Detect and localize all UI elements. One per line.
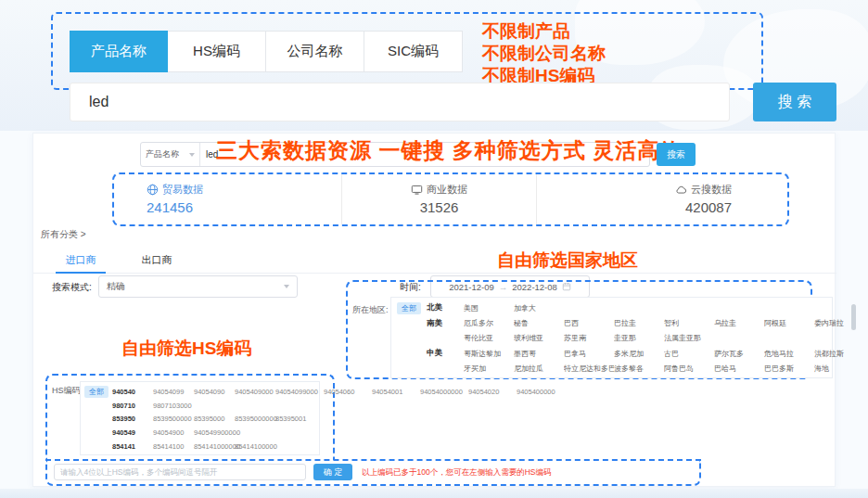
stat-1[interactable]: 商业数据31526 [341,174,537,224]
stat-2[interactable]: 云搜数据420087 [536,174,787,224]
region-item[interactable]: 洪都拉斯 [814,349,864,359]
promo-headline: 三大索数据资源 一键搜 多种筛选方式 灵活高效 [216,136,682,165]
hs-code[interactable]: 85414100000 [235,442,275,451]
search-type-tab-2[interactable]: 公司名称 [266,31,364,72]
annotation-line: 不限制产品 [482,20,606,43]
region-item[interactable]: 哥伦比亚 [464,333,514,343]
stat-label: 云搜数据 [691,183,732,197]
region-item[interactable]: 巴拿马 [564,349,614,359]
secondary-search-button[interactable]: 搜索 [657,143,696,166]
search-mode-label: 搜索模式: [52,281,92,294]
region-item[interactable]: 墨西哥 [514,349,564,359]
search-type-tab-0[interactable]: 产品名称 [70,31,168,72]
region-item[interactable]: 巴巴多斯 [764,364,814,374]
hs-code[interactable]: 94054900 [153,428,194,437]
region-row-4: 牙买加尼加拉瓜特立尼达和多巴…波多黎各阿鲁巴岛巴哈马巴巴多斯海地 [391,362,832,377]
region-item[interactable]: 巴拉圭 [614,318,664,328]
region-item[interactable]: 法属圭亚那 [664,333,714,343]
region-item[interactable]: 圭亚那 [614,333,664,343]
region-item[interactable]: 波多黎各 [614,364,664,374]
hs-code[interactable]: 94054060 [324,388,372,396]
result-tab-1[interactable]: 出口商 [128,246,185,274]
stat-0[interactable]: 贸易数据241456 [114,174,341,224]
hs-code[interactable]: 85395001 [275,415,316,423]
hs-code[interactable]: 854141 [112,442,153,451]
hs-code[interactable]: 940549900000 [194,428,235,437]
hs-code[interactable]: 94054000000 [420,388,468,396]
search-mode-value: 精确 [107,280,125,293]
region-item[interactable]: 哥斯达黎加 [464,349,514,359]
hs-code[interactable]: 853950 [112,415,153,423]
main-search-button[interactable]: 搜 索 [753,83,836,121]
hs-code[interactable]: 940549 [112,428,153,437]
hs-code[interactable]: 85395000 [194,415,235,423]
region-item[interactable]: 加拿大 [514,303,564,313]
region-item[interactable]: 阿根廷 [764,318,814,328]
hs-all-chip[interactable]: 全部 [84,386,108,398]
region-item[interactable]: 特立尼达和多巴… [564,364,614,374]
hs-code[interactable]: 94054001 [372,388,420,396]
region-item[interactable]: 古巴 [664,349,714,359]
region-item[interactable]: 海地 [814,364,864,374]
region-row-3: 中美哥斯达黎加墨西哥巴拿马多米尼加古巴萨尔瓦多危地马拉洪都拉斯 [391,346,832,361]
region-item[interactable]: 萨尔瓦多 [714,349,764,359]
region-item[interactable]: 牙买加 [464,364,514,374]
region-row-1: 南美厄瓜多尔秘鲁巴西巴拉圭智利乌拉圭阿根廷委内瑞拉 [391,315,832,330]
hs-code[interactable]: 980710 [112,402,153,410]
search-type-tab-1[interactable]: HS编码 [168,31,266,72]
region-label: 所在地区: [352,304,389,316]
stat-label: 贸易数据 [162,183,203,197]
region-item[interactable]: 美国 [464,303,514,313]
hs-code[interactable]: 85395000000 [235,415,275,423]
region-item[interactable]: 危地马拉 [764,349,814,359]
hs-chip-slot: 全部 [81,386,112,398]
stat-value: 420087 [685,199,732,215]
region-item[interactable]: 巴西 [564,318,614,328]
region-item[interactable]: 多米尼加 [614,349,664,359]
main-search-input[interactable]: led [70,83,730,121]
region-item[interactable]: 阿鲁巴岛 [664,364,714,374]
hs-code[interactable]: 94054099000 [275,388,316,396]
region-item[interactable]: 玻利维亚 [514,333,564,343]
region-item[interactable]: 智利 [664,318,714,328]
region-all-chip[interactable]: 全部 [397,302,421,314]
hs-code[interactable]: 94054090 [194,388,235,396]
hs-code-input[interactable] [54,464,306,480]
hs-code[interactable]: 94054020 [468,388,517,396]
search-mode-dropdown[interactable]: 精确 [98,275,298,298]
hs-code[interactable]: 9807103000 [153,402,194,410]
breadcrumb[interactable]: 所有分类 > [41,228,86,241]
hs-code[interactable]: 9405400000 [517,388,565,396]
region-item[interactable]: 巴哈马 [714,364,764,374]
hs-code[interactable]: 8539500000 [153,415,194,423]
hero-annotation-text: 不限制产品 不限制公司名称 不限制HS编码 [482,20,606,87]
region-item[interactable]: 委内瑞拉 [814,318,864,328]
hs-limit-note: 以上编码已多于100个，您可在左侧输入需要的HS编码 [362,467,552,479]
hs-code[interactable]: 94054099 [153,388,194,396]
hs-code[interactable]: 85414100 [153,442,194,451]
category-dropdown[interactable]: 产品名称 [141,143,200,166]
region-item[interactable]: 厄瓜多尔 [464,318,514,328]
result-tab-0[interactable]: 进口商 [52,246,109,274]
region-item[interactable]: 乌拉圭 [714,318,764,328]
region-item[interactable]: 秘鲁 [514,318,564,328]
hs-row-2: 8539508539500000853950008539500000085395… [81,413,319,427]
region-list-panel: 全部北美美国加拿大南美厄瓜多尔秘鲁巴西巴拉圭智利乌拉圭阿根廷委内瑞拉哥伦比亚玻利… [390,297,833,378]
page-scrollbar[interactable] [851,304,856,330]
region-group-label: 北美 [427,302,464,313]
hs-confirm-button[interactable]: 确 定 [313,464,352,480]
search-type-tab-3[interactable]: SIC编码 [364,31,463,72]
hs-code[interactable]: 854141000000 [194,442,235,451]
hs-code-overflow-row: 9405406094054001940540000009405402094054… [324,388,565,396]
hs-code[interactable]: 9405409000 [235,388,275,396]
hs-row-3: 94054994054900940549900000 [81,426,319,440]
hs-row-0: 全部94054094054099940540909405409000940540… [81,385,319,399]
hs-filter-annotation: 自由筛选HS编码 [121,337,251,361]
region-item[interactable]: 尼加拉瓜 [514,364,564,374]
hero-search-section: 产品名称HS编码公司名称SIC编码 不限制产品 不限制公司名称 不限制HS编码 … [0,0,868,131]
region-chip-slot: 全部 [391,302,427,314]
result-type-tabs: 进口商出口商 [33,246,836,274]
chevron-down-icon [284,285,289,288]
region-item[interactable]: 苏里南 [564,333,614,343]
hs-code[interactable]: 940540 [112,388,153,396]
